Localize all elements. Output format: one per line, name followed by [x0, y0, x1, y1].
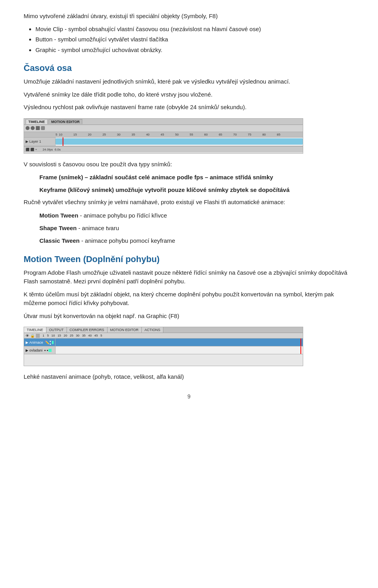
shape-tween-desc: - animace tvaru [77, 225, 119, 231]
motion-tween-item: Motion Tween - animace pohybu po řídící … [39, 211, 354, 220]
page-number: 9 [24, 393, 354, 400]
tl2-ovladani-playhead [300, 346, 301, 354]
timeline-footer-icons: ⬛ ⬛ + [26, 148, 37, 151]
casova-osa-para2: Vytvářené snímky lze dále třídit podle t… [24, 90, 354, 99]
keyframe-description: Keyframe (klíčový snímek) umožňuje vytvo… [39, 185, 354, 195]
classic-tween-label: Classic Tween [39, 237, 80, 244]
shape-tween-item: Shape Tween - animace tvaru [39, 223, 354, 233]
tl2-layer-animace-row: ▶ Animace ✏️ ● ● [24, 339, 303, 346]
frame-description: Frame (snímek) – základní součást celé a… [39, 173, 354, 182]
playhead [63, 138, 63, 146]
tl2-square-icon [36, 334, 40, 338]
rucne-text: Ručně vytvářet všechny snímky je velmi n… [24, 198, 354, 207]
tl2-ovladani-label: ▶ ovladani ● ● [24, 346, 56, 354]
tl2-animace-label: ▶ Animace ✏️ ● ● [24, 339, 56, 346]
snimky-intro: V souvislosti s časovou osou lze použít … [24, 160, 354, 169]
motion-tween-para3: Útvar musí být konvertován na objekt nap… [24, 312, 354, 321]
tl-icon-4 [41, 126, 45, 130]
tl2-ovladani-text: ovladani [30, 348, 43, 352]
tl-icon-2 [31, 126, 35, 130]
tl2-eye-icon: 👁 [26, 334, 29, 338]
timeline-tab-timeline: TIMELINE [26, 119, 48, 124]
tl2-lock-icon: 🔒 [30, 334, 35, 338]
timeline-toolbar [24, 125, 303, 132]
motion-tween-label: Motion Tween [39, 212, 78, 219]
keyframe-label: Keyframe (klíčový snímek) umožňuje vytvo… [39, 186, 289, 193]
tl2-animace-text: Animace [30, 341, 43, 344]
bullet-button: Button - symbol umožňující vytvářet vlas… [35, 35, 354, 44]
classic-tween-desc: - animace pohybu pomocí keyframe [80, 237, 175, 244]
timeline2-toolbar: 👁 🔒 1 5 10 15 20 25 30 35 40 45 5 [24, 333, 303, 339]
tl2-layer-ovladani-row: ▶ ovladani ● ● [24, 346, 303, 354]
bullet-movie-clip: Movie Clip - symbol obsahující vlastní č… [35, 25, 354, 34]
tl-icon-3 [36, 126, 40, 130]
bullet-graphic: Graphic - symbol umožňující uchovávat ob… [35, 46, 354, 55]
motion-tween-desc: - animace pohybu po řídící křivce [78, 212, 167, 219]
classic-tween-item: Classic Tween - animace pohybu pomocí ke… [39, 236, 354, 246]
timeline-tab-row: TIMELINE MOTION EDITOR [24, 119, 303, 125]
frame-label: Frame (snímek) – základní součást celé a… [39, 174, 273, 180]
motion-tween-heading: Motion Tween (Doplnění pohybu) [24, 254, 354, 264]
tl2-animace-frames [56, 339, 303, 346]
intro-paragraph: Mimo vytvořené základní útvary, existují… [24, 12, 354, 21]
tl2-tab-timeline: TIMELINE [24, 327, 46, 333]
motion-tween-para2: K těmto účelům musí být základní objekt,… [24, 290, 354, 308]
timeline-frames [56, 138, 303, 146]
casova-osa-para1: Umožňuje základní nastavení jednotlivých… [24, 77, 354, 86]
tl2-ruler: 5 10 15 20 25 30 35 40 45 5 [47, 334, 102, 337]
casova-osa-para3: Výslednou rychlost pak ovlivňuje nastave… [24, 103, 354, 112]
timeline-1-image: TIMELINE MOTION EDITOR 5 10 15 20 25 30 … [24, 118, 303, 154]
tl2-playhead [300, 339, 301, 346]
tl2-tab-output: OUTPUT [46, 327, 67, 333]
timeline-2-image: TIMELINE OUTPUT COMPILER ERRORS MOTION E… [24, 327, 303, 366]
shape-tween-label: Shape Tween [39, 225, 77, 231]
layer-1-label: ▶ Layer 1 [24, 138, 56, 146]
tl2-tab-motion-editor: MOTION EDITOR [107, 327, 142, 333]
motion-tween-para1: Program Adobe Flash umožňuje uživateli n… [24, 268, 354, 286]
tl2-tab-compiler: COMPILER ERRORS [67, 327, 107, 333]
timeline-tab-motion-editor: MOTION EDITOR [48, 119, 82, 124]
tl2-tab-actions: ACTIONS [142, 327, 163, 333]
frame-blue-bar [56, 138, 303, 145]
tl2-num-label: 1 [43, 334, 44, 337]
timeline-ruler: 5 10 15 20 25 30 35 40 45 50 55 60 65 70… [24, 132, 303, 138]
casova-osa-heading: Časová osa [24, 63, 354, 73]
timeline2-footer-text: Lehké nastavení animace (pohyb, rotace, … [24, 372, 354, 381]
timeline-layer-row: ▶ Layer 1 [24, 138, 303, 146]
tl2-ovladani-frames [56, 346, 303, 354]
timeline-footer-fps: 24.0fps 6.0s [43, 148, 61, 151]
timeline2-tab-row: TIMELINE OUTPUT COMPILER ERRORS MOTION E… [24, 327, 303, 333]
timeline-footer: ⬛ ⬛ + 24.0fps 6.0s [24, 146, 303, 153]
tl-icon-1 [26, 126, 30, 130]
